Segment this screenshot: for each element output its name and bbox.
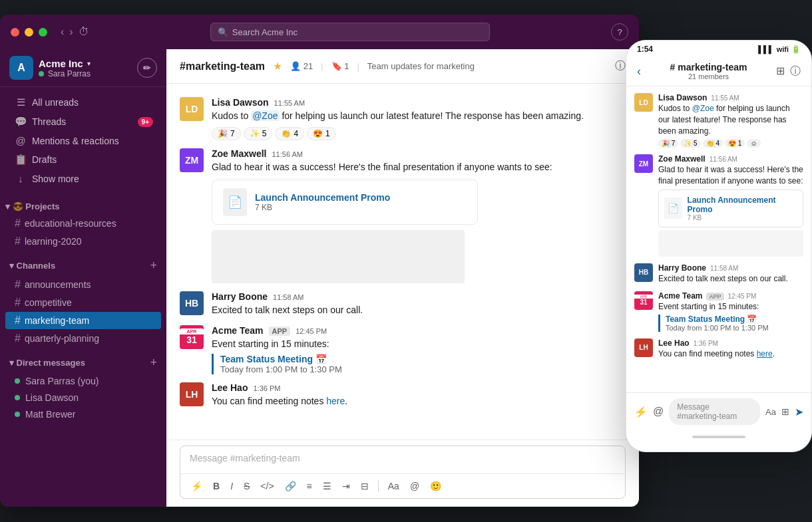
phone-app-badge: APP — [706, 293, 723, 301]
channel-item-learning[interactable]: # learning-2020 — [5, 233, 161, 250]
member-count: 👤 21 — [290, 61, 313, 71]
dm-section-header[interactable]: ▾ Direct messages — [9, 358, 85, 368]
phone-avatar: HB — [634, 263, 653, 282]
channel-star[interactable]: ★ — [273, 60, 282, 72]
compose-button[interactable]: ✏ — [137, 58, 157, 78]
sidebar-nav: ☰ All unreads 💬 Threads 9+ @ Mentions & … — [0, 87, 166, 194]
phone-messages[interactable]: LD Lisa Dawson 11:55 AM Kudos to @Zoe fo… — [626, 86, 811, 392]
message-input-area: Message #marketing-team ⚡ B I S </> 🔗 ≡ … — [166, 440, 639, 507]
reaction-item[interactable]: 😍 1 — [307, 127, 336, 140]
add-channel-button[interactable]: + — [150, 259, 157, 273]
phone-msg-header: Acme Team APP 12:45 PM — [658, 291, 803, 301]
phone-author: Lisa Dawson — [658, 93, 707, 102]
reactions: 🎉 7 ✨ 5 👏 4 😍 1 — [212, 127, 626, 140]
sidebar-item-show-more[interactable]: ↓ Show more — [5, 170, 161, 188]
link-button[interactable]: 🔗 — [281, 478, 300, 494]
meeting-card[interactable]: Team Status Meeting 📅 Today from 1:00 PM… — [212, 354, 626, 374]
search-bar[interactable]: 🔍 Search Acme Inc — [210, 23, 490, 41]
phone-msg-header: Harry Boone 11:58 AM — [658, 263, 803, 273]
strikethrough-button[interactable]: S — [240, 478, 254, 494]
msg-header: Harry Boone 11:58 AM — [212, 291, 626, 302]
msg-author: Acme Team — [212, 325, 264, 336]
fullscreen-button[interactable] — [39, 28, 47, 37]
wifi-icon: wifi — [777, 45, 789, 53]
channel-item-educational[interactable]: # educational-resources — [5, 215, 161, 232]
phone-reaction[interactable]: ✨ 5 — [680, 139, 700, 148]
channels-section-header[interactable]: ▾ Channels — [9, 261, 55, 271]
phone-reaction[interactable]: ☺ — [747, 139, 760, 148]
channel-item-competitive[interactable]: # competitive — [5, 294, 161, 311]
attach-button[interactable]: ⚡ — [187, 478, 206, 494]
channel-item-quarterly[interactable]: # quarterly-planning — [5, 330, 161, 347]
phone-back-button[interactable]: ‹ — [637, 65, 641, 78]
message-group: LH Lee Hao 1:36 PM You can find meeting … — [180, 380, 626, 411]
forward-button[interactable]: › — [69, 26, 73, 38]
add-dm-button[interactable]: + — [150, 356, 157, 370]
workspace-name[interactable]: Acme Inc ▾ — [39, 58, 132, 69]
meeting-notes-link[interactable]: here — [326, 396, 345, 406]
channel-info-button[interactable]: ⓘ — [615, 59, 626, 73]
reaction-item[interactable]: ✨ 5 — [244, 127, 273, 140]
dm-item-matt[interactable]: Matt Brewer — [5, 406, 161, 422]
phone-attach-icon[interactable]: ⚡ — [634, 406, 648, 418]
phone-time-stamp: 12:45 PM — [728, 293, 757, 300]
channel-name: #marketing-team — [180, 61, 265, 72]
close-button[interactable] — [11, 28, 19, 37]
phone-msg-content: Lee Hao 1:36 PM You can find meeting not… — [658, 338, 803, 360]
dm-item-lisa[interactable]: Lisa Dawson — [5, 390, 161, 406]
unordered-list-button[interactable]: ☰ — [319, 478, 335, 494]
phone-header-actions: ⊞ ⓘ — [776, 65, 801, 78]
msg-header: Lee Hao 1:36 PM — [212, 382, 626, 393]
bold-button[interactable]: B — [209, 478, 224, 494]
messages-area[interactable]: LD Lisa Dawson 11:55 AM Kudos to @Zoe fo… — [166, 84, 639, 440]
code-button[interactable]: </> — [256, 478, 278, 494]
mention-button[interactable]: @ — [406, 478, 423, 494]
phone-video-icon[interactable]: ⊞ — [776, 65, 785, 78]
home-indicator — [692, 436, 745, 438]
text-format-button[interactable]: Aa — [384, 478, 403, 494]
history-button[interactable]: ⏱ — [79, 26, 89, 38]
channel-item-marketing[interactable]: # marketing-team — [5, 312, 161, 329]
phone-mention: @Zoe — [692, 104, 714, 113]
user-status: Sara Parras — [39, 69, 132, 78]
phone-meeting-card[interactable]: Team Status Meeting 📅 Today from 1:00 PM… — [658, 315, 803, 332]
phone-mention-icon[interactable]: @ — [653, 406, 664, 418]
phone-notes-link[interactable]: here — [757, 349, 773, 358]
file-attachment[interactable]: 📄 Launch Announcement Promo 7 KB — [212, 180, 478, 225]
phone-reaction[interactable]: 🎉 7 — [658, 139, 678, 148]
phone-send-icon[interactable]: ➤ — [795, 406, 803, 418]
phone-attachment[interactable]: 📄 Launch Announcement Promo 7 KB — [658, 190, 803, 227]
avatar: HB — [180, 291, 204, 315]
italic-button[interactable]: I — [226, 478, 237, 494]
msg-text: Glad to hear it was a success! Here's th… — [212, 160, 626, 174]
emoji-button[interactable]: 🙂 — [426, 478, 445, 494]
phone-msg-header: Lisa Dawson 11:55 AM — [658, 93, 803, 102]
channel-item-announcements[interactable]: # announcements — [5, 276, 161, 293]
format-button[interactable]: ⊟ — [357, 478, 373, 494]
sidebar-item-drafts[interactable]: 📋 Drafts — [5, 150, 161, 169]
reaction-item[interactable]: 👏 4 — [275, 127, 304, 140]
phone-message-input[interactable]: Message #marketing-team — [669, 398, 760, 425]
phone-copy-icon[interactable]: ⊞ — [781, 406, 789, 417]
channel-area: #marketing-team ★ 👤 21 | 🔖 1 | Team upda… — [166, 49, 639, 507]
phone-time-stamp: 11:58 AM — [710, 265, 738, 272]
sidebar-item-mentions[interactable]: @ Mentions & reactions — [5, 132, 161, 150]
dm-item-sara[interactable]: Sara Parras (you) — [5, 373, 161, 389]
phone-reaction[interactable]: 👏 4 — [703, 139, 723, 148]
phone-reaction[interactable]: 😍 1 — [725, 139, 745, 148]
sidebar-item-all-unreads[interactable]: ☰ All unreads — [5, 93, 161, 112]
help-button[interactable]: ? — [611, 23, 628, 41]
minimize-button[interactable] — [25, 28, 33, 37]
message-input[interactable]: Message #marketing-team — [180, 446, 625, 474]
back-button[interactable]: ‹ — [61, 26, 64, 38]
hash-icon: # — [15, 315, 21, 326]
sidebar-item-threads[interactable]: 💬 Threads 9+ — [5, 112, 161, 131]
reaction-item[interactable]: 🎉 7 — [212, 127, 241, 140]
indent-button[interactable]: ⇥ — [338, 478, 354, 494]
ordered-list-button[interactable]: ≡ — [303, 478, 316, 494]
phone-msg-content: Harry Boone 11:58 AM Excited to talk nex… — [658, 263, 803, 285]
projects-section-header[interactable]: ▾ 😎 Projects — [0, 199, 166, 214]
phone-status-icons: ▌▌▌ wifi 🔋 — [758, 45, 801, 54]
phone-info-icon[interactable]: ⓘ — [790, 65, 801, 78]
phone-text-size-icon[interactable]: Aa — [765, 407, 776, 417]
